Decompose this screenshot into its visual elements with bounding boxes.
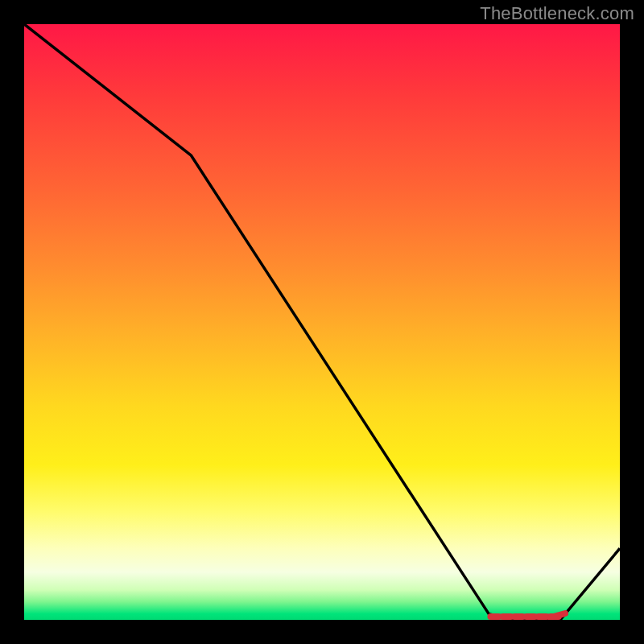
- attribution-text: TheBottleneck.com: [480, 3, 634, 24]
- series-curve: [24, 24, 620, 620]
- chart-svg: [24, 24, 620, 620]
- plot-area: [24, 24, 620, 620]
- min-marker-tail: [551, 613, 565, 617]
- chart-frame: TheBottleneck.com: [0, 0, 644, 644]
- series-min-marker: [490, 613, 565, 617]
